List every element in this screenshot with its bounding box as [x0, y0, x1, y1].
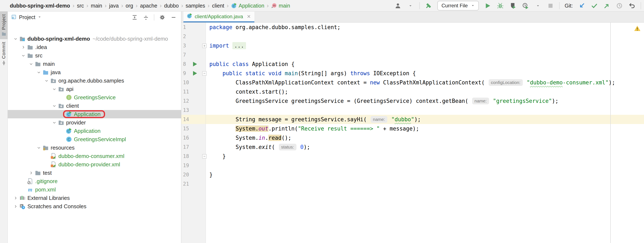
- chevron-down-icon[interactable]: [20, 52, 26, 59]
- line-number[interactable]: 12: [183, 98, 192, 104]
- breadcrumb-item-dubbo-spring-xml-demo[interactable]: dubbo-spring-xml-demo: [8, 3, 72, 9]
- tree-item-org.apache.dubbo.samples[interactable]: org.apache.dubbo.samples: [8, 77, 181, 85]
- history-button[interactable]: [616, 2, 623, 10]
- code-line-15[interactable]: 15 System.out.println("Receive result ==…: [181, 124, 644, 133]
- code-line-16[interactable]: 16 System.in.read();: [181, 133, 644, 142]
- debug-button[interactable]: [496, 2, 504, 10]
- line-number[interactable]: 14: [183, 116, 192, 122]
- tree-item-api[interactable]: api: [8, 85, 181, 93]
- tree-item-dubbo-demo-provider.xml[interactable]: dubbo-demo-provider.xml: [8, 160, 181, 169]
- code-line-9[interactable]: 9− public static void main(String[] args…: [181, 69, 644, 78]
- line-number[interactable]: 21: [183, 181, 192, 187]
- tree-item-Scratches and Consoles[interactable]: Scratches and Consoles: [8, 202, 181, 210]
- close-icon[interactable]: [247, 14, 251, 19]
- code-line-1[interactable]: 1package org.apache.dubbo.samples.client…: [181, 23, 644, 32]
- chevron-down-icon[interactable]: [43, 78, 50, 84]
- tree-item-Application[interactable]: CApplication: [8, 127, 181, 135]
- line-number[interactable]: 3: [183, 43, 192, 49]
- code-line-13[interactable]: 13: [181, 106, 644, 115]
- tree-item-dubbo-demo-consumer.xml[interactable]: dubbo-demo-consumer.xml: [8, 152, 181, 160]
- chevron-right-icon[interactable]: [12, 203, 19, 209]
- profiler-button[interactable]: [522, 2, 529, 10]
- tree-item-src[interactable]: src: [8, 51, 181, 60]
- line-number[interactable]: 10: [183, 80, 192, 86]
- line-number[interactable]: 18: [183, 153, 192, 159]
- collapse-all-button[interactable]: [142, 14, 149, 21]
- chevron-down-icon[interactable]: [28, 61, 34, 67]
- chevron-down-icon[interactable]: [51, 86, 57, 92]
- code-line-20[interactable]: 20}: [181, 170, 644, 179]
- stripe-tab-project[interactable]: Project: [0, 12, 8, 39]
- line-number[interactable]: 16: [183, 135, 192, 141]
- stripe-tab-commit[interactable]: Commit: [0, 39, 8, 68]
- line-number[interactable]: 11: [183, 89, 192, 95]
- breadcrumb-item-client[interactable]: client: [210, 3, 226, 9]
- stop-button[interactable]: [547, 2, 554, 10]
- settings-button[interactable]: [159, 14, 166, 21]
- expand-all-button[interactable]: [131, 14, 138, 21]
- chevron-down-icon[interactable]: [36, 145, 42, 151]
- breadcrumb-item-Application[interactable]: CApplication: [230, 3, 266, 9]
- tree-item-provider[interactable]: provider: [8, 118, 181, 127]
- code-line-12[interactable]: 12 GreetingsService greetingsService = (…: [181, 96, 644, 106]
- tree-item-.gitignore[interactable]: .gitignore: [8, 177, 181, 185]
- tree-item-Application[interactable]: CApplication: [8, 110, 181, 118]
- code-line-11[interactable]: 11 context.start();: [181, 87, 644, 96]
- tree-item-GreetingsService[interactable]: IGreetingsService: [8, 93, 181, 102]
- code-line-3[interactable]: 3+import ...: [181, 41, 644, 50]
- fold-expand-icon[interactable]: +: [202, 44, 207, 48]
- tree-item-java[interactable]: java: [8, 68, 181, 77]
- line-number[interactable]: 8: [183, 61, 192, 67]
- fold-collapse-icon[interactable]: −: [202, 154, 207, 159]
- run-icon[interactable]: [193, 71, 197, 76]
- warning-icon[interactable]: [634, 25, 641, 33]
- chevron-right-icon[interactable]: [20, 44, 26, 50]
- chevron-down-icon[interactable]: [51, 103, 57, 109]
- code-area[interactable]: 1package org.apache.dubbo.samples.client…: [181, 23, 644, 188]
- line-number[interactable]: 7: [183, 52, 192, 58]
- user-menu-button[interactable]: [394, 2, 402, 10]
- breadcrumb-item-main[interactable]: main: [90, 3, 104, 9]
- line-number[interactable]: 1: [183, 24, 192, 30]
- run-configuration-select[interactable]: Current File: [437, 1, 479, 11]
- line-number[interactable]: 9: [183, 70, 192, 76]
- breadcrumb-item-src[interactable]: src: [75, 3, 85, 9]
- code-line-18[interactable]: 18− }: [181, 152, 644, 161]
- push-button[interactable]: [603, 2, 610, 10]
- line-number[interactable]: 15: [183, 126, 192, 132]
- chevron-down-icon[interactable]: [407, 2, 414, 10]
- rollback-button[interactable]: [628, 2, 636, 10]
- breadcrumb-item-java[interactable]: java: [108, 3, 120, 9]
- tree-item-main[interactable]: main: [8, 60, 181, 68]
- chevron-right-icon[interactable]: [12, 195, 19, 201]
- code-line-14[interactable]: 14 String message = greetingsService.say…: [181, 115, 644, 124]
- tree-item-test[interactable]: test: [8, 169, 181, 177]
- chevron-right-icon[interactable]: [28, 170, 34, 176]
- line-number[interactable]: 17: [183, 144, 192, 150]
- tree-item-pom.xml[interactable]: mpom.xml: [8, 185, 181, 194]
- code-line-7[interactable]: 7: [181, 50, 644, 60]
- code-line-10[interactable]: 10 ClassPathXmlApplicationContext contex…: [181, 78, 644, 87]
- chevron-down-icon[interactable]: [36, 69, 42, 75]
- breadcrumb-item-dubbo[interactable]: dubbo: [163, 3, 180, 9]
- tree-item-resources[interactable]: resources: [8, 143, 181, 152]
- chevron-down-icon[interactable]: [38, 15, 41, 20]
- editor-tab-application[interactable]: C client/Application.java: [184, 12, 254, 23]
- chevron-down-icon[interactable]: [51, 119, 57, 126]
- tree-item-GreetingsServiceImpl[interactable]: CGreetingsServiceImpl: [8, 135, 181, 143]
- breadcrumb-item-org[interactable]: org: [124, 3, 134, 9]
- tree-item-.idea[interactable]: .idea: [8, 43, 181, 51]
- tree-item-dubbo-spring-xml-demo[interactable]: dubbo-spring-xml-demo~/code/dubbo-spring…: [8, 35, 181, 43]
- breadcrumb-item-samples[interactable]: samples: [184, 3, 207, 9]
- line-number[interactable]: 20: [183, 172, 192, 178]
- build-project-button[interactable]: [425, 2, 432, 10]
- chevron-down-icon[interactable]: [12, 36, 19, 42]
- coverage-button[interactable]: [509, 2, 516, 10]
- line-number[interactable]: 13: [183, 107, 192, 113]
- code-line-2[interactable]: 2: [181, 32, 644, 41]
- code-line-19[interactable]: 19: [181, 161, 644, 170]
- breadcrumb-item-main[interactable]: mmain: [270, 3, 292, 9]
- chevron-down-icon[interactable]: [534, 2, 542, 10]
- line-number[interactable]: 19: [183, 163, 192, 168]
- editor-body[interactable]: 1package org.apache.dubbo.samples.client…: [181, 23, 644, 243]
